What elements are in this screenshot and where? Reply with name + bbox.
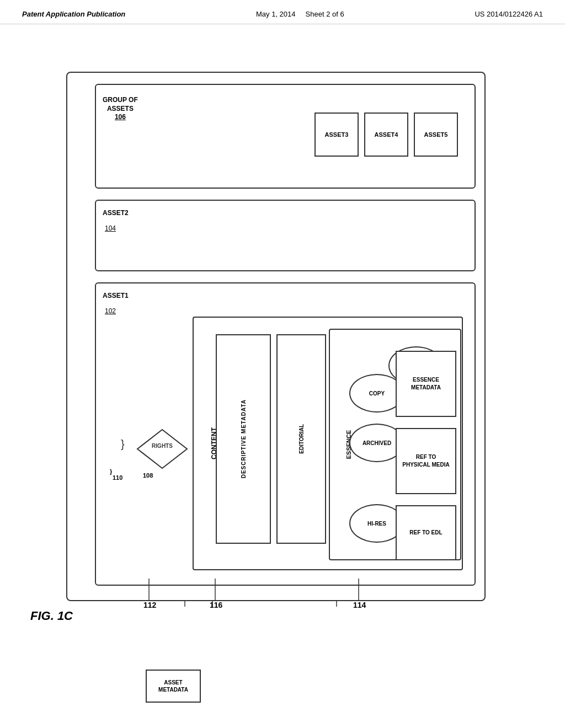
archived-label: ARCHIVED xyxy=(363,440,391,446)
asset1-ref: 102 xyxy=(105,307,116,315)
header-center: May 1, 2014 Sheet 2 of 6 xyxy=(256,10,344,18)
hires-label: HI-RES xyxy=(367,521,386,527)
group-106-box: GROUP OF ASSETS 106 ASSET3 ASSET4 ASSET5 xyxy=(95,84,476,189)
desc-metadata-label: DESCRIPTIVE METADATA xyxy=(241,399,247,478)
ref-114-label: 114 xyxy=(353,601,408,609)
editorial-outer-box: EDITORIAL xyxy=(276,334,326,544)
asset2-ref: 104 xyxy=(105,224,116,232)
editorial-outer-label: EDITORIAL xyxy=(299,424,305,454)
asset5-box: ASSET5 xyxy=(414,113,458,157)
asset-metadata-ref-num: 110 xyxy=(113,474,122,481)
desc-metadata-box: DESCRIPTIVE METADATA xyxy=(216,334,271,544)
svg-marker-8 xyxy=(137,430,187,468)
header: Patent Application Publication May 1, 20… xyxy=(0,0,565,24)
rights-shape: RIGHTS xyxy=(132,427,193,471)
diagram-area: } 100 GROUP OF ASSETS GROUP OF ASSETS 10… xyxy=(66,72,497,612)
asset2-box: ASSET2 104 xyxy=(95,200,476,271)
rights-container: RIGHTS 108 } xyxy=(132,427,193,473)
asset-metadata-box: ASSETMETADATA xyxy=(146,670,201,703)
asset4-box: ASSET4 xyxy=(364,113,408,157)
header-right: US 2014/0122426 A1 xyxy=(475,10,543,18)
inner-content-box: CONTENT DESCRIPTIVE METADATA EDITORIAL R… xyxy=(193,317,463,570)
ref-116-label: 116 xyxy=(210,601,265,609)
group-106-label: GROUP OF ASSETS 106 xyxy=(103,96,138,122)
asset2-label: ASSET2 xyxy=(103,209,129,217)
ref-112-container: 112 xyxy=(138,601,193,609)
asset-metadata-brace: } xyxy=(110,468,112,475)
ref-physical-media-box: REF TO PHYSICAL MEDIA xyxy=(396,428,456,494)
ref-edl-box: REF TO EDL xyxy=(396,505,456,560)
outer-group-box: GROUP OF ASSETS GROUP OF ASSETS 106 ASSE… xyxy=(66,72,486,601)
asset1-outer-box: ASSET1 102 RIGHTS 108 } xyxy=(95,282,476,586)
ref-112-label: 112 xyxy=(143,601,193,609)
asset1-label: ASSET1 xyxy=(103,292,129,299)
ref-edl-label: REF TO EDL xyxy=(409,529,442,537)
group-106-ref: 106 xyxy=(103,113,138,122)
svg-text:RIGHTS: RIGHTS xyxy=(152,443,173,449)
ref-114-container: 114 xyxy=(353,601,408,609)
rights-brace: } xyxy=(121,438,125,451)
essence-metadata-box: ESSENCE METADATA xyxy=(396,351,456,417)
rights-ref-num: 108 xyxy=(143,472,153,479)
bottom-refs: 112 116 114 xyxy=(138,601,469,609)
asset3-box: ASSET3 xyxy=(315,113,359,157)
ref-116-container: 116 xyxy=(210,601,265,609)
header-left: Patent Application Publication xyxy=(22,10,125,18)
copy-label: COPY xyxy=(369,390,385,397)
